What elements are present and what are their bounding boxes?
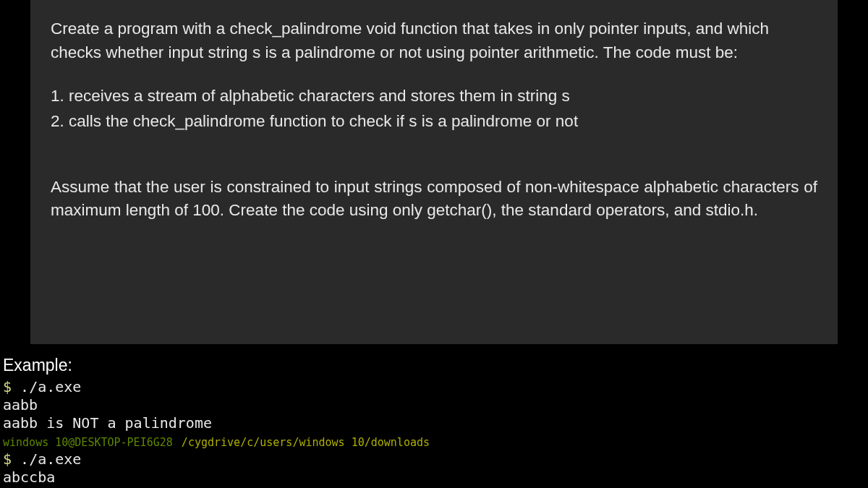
requirement-2: 2. calls the check_palindrome function t…: [51, 110, 817, 134]
terminal-output: $ ./a.exe aabb aabb is NOT a palindrome …: [3, 378, 430, 488]
run1-result: aabb is NOT a palindrome: [3, 414, 212, 432]
example-section: Example: $ ./a.exe aabb aabb is NOT a pa…: [3, 356, 430, 488]
run2-command: ./a.exe: [20, 450, 81, 468]
requirement-1: 1. receives a stream of alphabetic chara…: [51, 85, 817, 108]
prompt-dollar: $: [3, 378, 20, 395]
requirements-list: 1. receives a stream of alphabetic chara…: [51, 85, 817, 133]
problem-statement: Create a program with a check_palindrome…: [30, 0, 838, 344]
run1-input-echo: aabb: [3, 396, 38, 414]
shell-cwd: /cygdrive/c/users/windows 10/downloads: [182, 436, 430, 449]
assumptions: Assume that the user is constrained to i…: [51, 176, 817, 223]
run2-input-echo: abccba: [3, 468, 55, 486]
prompt-dollar: $: [3, 450, 20, 468]
problem-intro: Create a program with a check_palindrome…: [51, 17, 817, 64]
example-label: Example:: [3, 356, 430, 375]
shell-user-host: windows 10@DESKTOP-PEI6G28: [3, 436, 173, 449]
run1-command: ./a.exe: [20, 378, 81, 395]
